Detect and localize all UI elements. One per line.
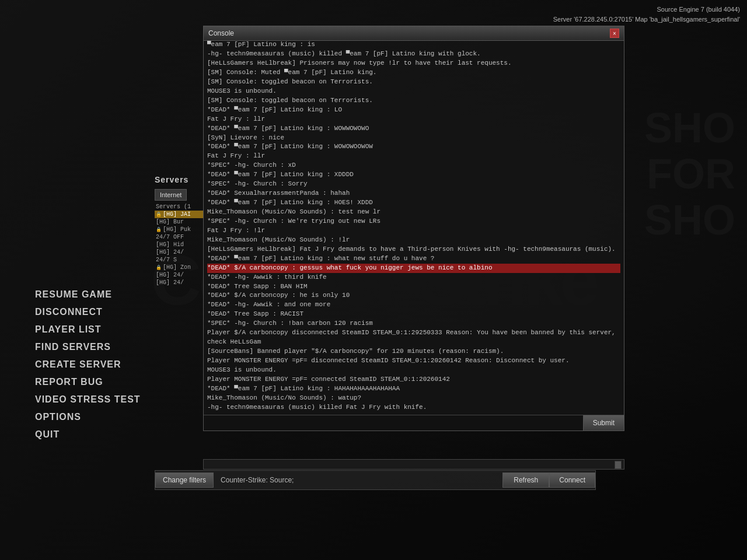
scrollbar-thumb[interactable] [615, 461, 622, 469]
bottom-bar: Change filters Counter-Strike: Source; R… [155, 470, 596, 490]
log-line: [HeLLsGamers HeLlbreak] Fat J Fry demand… [207, 245, 620, 254]
server-row-label: [HG] 24/ [156, 279, 184, 286]
log-line: [HeLLsGamers HeLlbreak] Prisoners may no… [207, 59, 620, 68]
log-line: *DEAD* $/A carboncopy : gessus what fuck… [207, 264, 620, 273]
log-line: *DEAD* $/A carboncopy : he is only 10 [207, 291, 620, 300]
console-window: Console × Mike_Thomason (Music/No Sounds… [203, 26, 624, 431]
menu-item-report-bug[interactable]: REPORT BUG [35, 373, 141, 391]
log-line: *DEAD* ▀eam 7 [pF] Latino king : HOES! X… [207, 198, 620, 208]
console-input-row: Submit [204, 415, 624, 430]
log-line: Mike_Thomason (Music/No Sounds) : watup? [207, 394, 620, 403]
log-line: Player $/A carboncopy disconnected Steam… [207, 328, 620, 347]
log-line: *DEAD* ▀eam 7 [pF] Latino king : WOWOWOO… [207, 142, 620, 152]
log-line: MOUSE3 is unbound. [207, 366, 620, 375]
log-line: Fat J Fry : llr [207, 152, 620, 161]
log-line: *DEAD* ▀eam 7 [pF] Latino king : XDDDD [207, 170, 620, 180]
log-line: *DEAD* -hg- Awwik : and one more [207, 300, 620, 310]
lock-icon: 🔒 [156, 212, 162, 217]
log-line: *SPEC* -hg- Church : xD [207, 161, 620, 170]
server-row-label: 24/7 OFF [156, 234, 184, 240]
lock-icon: 🔒 [156, 265, 162, 270]
console-log[interactable]: Mike_Thomason (Music/No Sounds) : to▀eam… [204, 41, 624, 415]
server-row-label: 24/7 S [156, 257, 177, 263]
log-line: -hg- techn9measauras (music) killed Fat … [207, 403, 620, 412]
engine-info: Source Engine 7 (build 4044) Server '67.… [553, 5, 740, 24]
refresh-button[interactable]: Refresh [502, 473, 549, 488]
server-row-label: [HG] 24/ [156, 272, 184, 278]
log-line: -hg- techn9measauras (music) killed ▀eam… [207, 50, 620, 59]
menu-item-player-list[interactable]: PLAYER LIST [35, 321, 141, 338]
menu-item-resume-game[interactable]: RESUME GAME [35, 286, 141, 303]
horizontal-scrollbar[interactable] [203, 459, 624, 470]
filter-text: Counter-Strike: Source; [214, 476, 502, 484]
server-row-label: [HG] Zon [163, 264, 191, 271]
change-filters-button[interactable]: Change filters [155, 473, 214, 488]
log-line: [SourceBans] Banned player "$/A carbonco… [207, 347, 620, 356]
log-line: Fat J Fry : llr [207, 115, 620, 124]
connect-button[interactable]: Connect [549, 473, 595, 488]
log-line: Player MONSTER ENERGY =pF= disconnected … [207, 356, 620, 366]
log-line: *SPEC* -hg- Church : Sorry [207, 180, 620, 189]
menu-item-find-servers[interactable]: FIND SERVERS [35, 338, 141, 356]
log-line: *DEAD* ▀eam 7 [pF] Latino king : what ne… [207, 254, 620, 264]
log-line: [SM] Console: Muted ▀eam 7 [pF] Latino k… [207, 68, 620, 78]
console-submit-button[interactable]: Submit [583, 415, 624, 430]
log-line: Mike_Thomason (Music/No Sounds) : test n… [207, 208, 620, 217]
log-line: *DEAD* Tree Sapp : RACIST [207, 310, 620, 319]
log-line: [SM] Console: toggled beacon on Terroris… [207, 78, 620, 87]
server-row-label: [HG] 24/ [156, 249, 184, 256]
console-title: Console [208, 29, 234, 37]
server-row-label: [HG] Puk [163, 226, 191, 233]
console-input[interactable] [204, 415, 583, 430]
log-line: *DEAD* ▀eam 7 [pF] Latino king : LO [207, 106, 620, 115]
server-row-label: [HG] JAI [163, 211, 191, 218]
server-row-label: [HG] Hid [156, 242, 184, 248]
log-line: Mike_Thomason (Music/No Sounds) : !lr [207, 236, 620, 245]
log-line: [SyN] Lievore : nice [207, 134, 620, 143]
log-line: MOUSE3 is unbound. [207, 87, 620, 96]
engine-line1: Source Engine 7 (build 4044) [553, 5, 740, 15]
console-close-button[interactable]: × [610, 29, 619, 38]
log-line: [SM] Console: toggled beacon on Terroris… [207, 96, 620, 106]
left-menu: RESUME GAMEDISCONNECTPLAYER LISTFIND SER… [35, 286, 141, 443]
log-line: *SPEC* -hg- Church : We're trying out ne… [207, 217, 620, 226]
menu-item-quit[interactable]: QUIT [35, 426, 141, 443]
menu-item-video-stress-test[interactable]: VIDEO STRESS TEST [35, 391, 141, 408]
log-line: *DEAD* SexualharrassmentPanda : hahah [207, 189, 620, 198]
log-line: *DEAD* ▀eam 7 [pF] Latino king : WOWWOWO… [207, 124, 620, 134]
log-line: *DEAD* -hg- Awwik : third knife [207, 273, 620, 282]
log-line: Player MONSTER ENERGY =pF= connected Ste… [207, 375, 620, 384]
engine-line2: Server '67.228.245.0:27015' Map 'ba_jail… [553, 15, 740, 24]
internet-button[interactable]: Internet [155, 189, 187, 201]
log-line: *SPEC* -hg- Church : !ban carbon 120 rac… [207, 319, 620, 328]
lock-icon: 🔒 [156, 227, 162, 232]
log-line: Fat J Fry : !lr [207, 226, 620, 236]
menu-item-options[interactable]: OPTIONS [35, 408, 141, 426]
server-row-label: [HG] Bur [156, 219, 184, 225]
log-line: *DEAD* Tree Sapp : BAN HIM [207, 282, 620, 292]
log-line: ▀eam 7 [pF] Latino king : is [207, 41, 620, 50]
log-line: *DEAD* ▀eam 7 [pF] Latino king : HAHAHAH… [207, 384, 620, 394]
console-titlebar: Console × [204, 26, 624, 41]
menu-item-create-server[interactable]: CREATE SERVER [35, 356, 141, 373]
menu-item-disconnect[interactable]: DISCONNECT [35, 303, 141, 321]
